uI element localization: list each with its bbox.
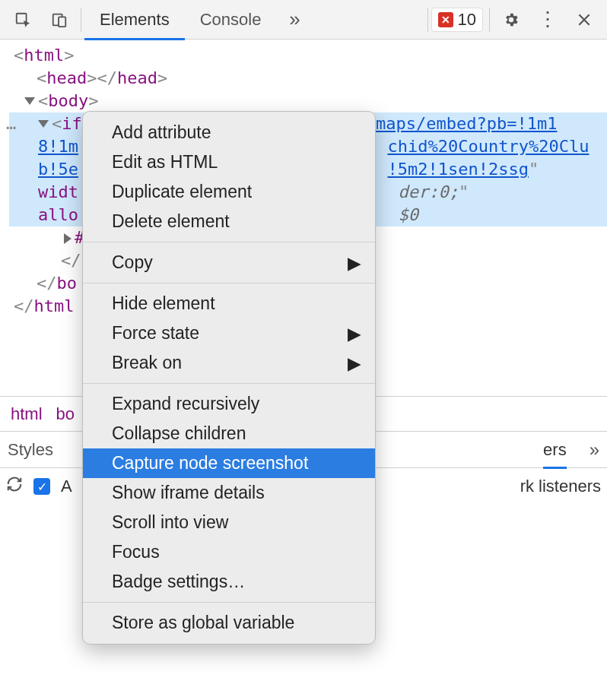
crumb-body[interactable]: bo xyxy=(56,404,75,424)
ctx-add-attribute[interactable]: Add attribute xyxy=(83,118,375,147)
submenu-arrow-icon: ▶ xyxy=(348,323,361,344)
ctx-hide-element[interactable]: Hide element xyxy=(83,289,375,318)
inspect-icon[interactable] xyxy=(8,5,38,35)
more-tabs-icon[interactable]: » xyxy=(279,5,310,35)
separator xyxy=(427,8,428,32)
panel-tabs: Elements Console » xyxy=(84,0,313,40)
error-counter[interactable]: ✕ 10 xyxy=(431,8,483,32)
crumb-html[interactable]: html xyxy=(11,404,43,424)
context-menu: Add attribute Edit as HTML Duplicate ele… xyxy=(82,111,376,645)
ctx-scroll-into-view[interactable]: Scroll into view xyxy=(83,508,375,537)
ctx-capture-node-screenshot[interactable]: Capture node screenshot xyxy=(83,448,375,478)
ctx-duplicate-element[interactable]: Duplicate element xyxy=(83,177,375,207)
ctx-focus[interactable]: Focus xyxy=(83,537,375,567)
expand-triangle-icon[interactable] xyxy=(38,120,49,128)
separator xyxy=(83,283,375,283)
node-body-open[interactable]: <body> xyxy=(9,90,607,112)
error-count: 10 xyxy=(458,10,476,30)
close-icon[interactable] xyxy=(569,5,599,35)
ctx-delete-element[interactable]: Delete element xyxy=(83,207,375,236)
refresh-icon[interactable] xyxy=(6,476,23,497)
framework-listeners-label: rk listeners xyxy=(520,477,601,496)
kebab-menu-icon[interactable]: ⋮ xyxy=(532,5,563,35)
svg-rect-2 xyxy=(59,17,65,27)
devtools-toolbar: Elements Console » ✕ 10 ⋮ xyxy=(0,0,607,40)
ctx-show-iframe-details[interactable]: Show iframe details xyxy=(83,478,375,508)
ctx-copy[interactable]: Copy ▶ xyxy=(83,248,375,277)
tab-elements[interactable]: Elements xyxy=(84,0,185,40)
ctx-edit-as-html[interactable]: Edit as HTML xyxy=(83,147,375,177)
separator xyxy=(83,602,375,603)
separator xyxy=(489,8,490,32)
ancestors-checkbox[interactable]: ✓ xyxy=(33,478,50,495)
ctx-break-on[interactable]: Break on ▶ xyxy=(83,348,375,378)
ancestors-partial: A xyxy=(61,477,72,496)
node-head[interactable]: <head></head> xyxy=(9,67,607,90)
ctx-collapse-children[interactable]: Collapse children xyxy=(83,419,375,448)
submenu-arrow-icon: ▶ xyxy=(348,353,361,373)
ctx-force-state[interactable]: Force state ▶ xyxy=(83,318,375,348)
separator xyxy=(83,383,375,384)
expand-triangle-icon[interactable] xyxy=(24,97,35,105)
node-html-open[interactable]: <html> xyxy=(9,44,607,67)
ctx-expand-recursively[interactable]: Expand recursively xyxy=(83,389,375,419)
device-toggle-icon[interactable] xyxy=(44,5,75,35)
more-subtabs-icon[interactable]: » xyxy=(590,439,599,461)
settings-icon[interactable] xyxy=(496,5,526,35)
separator xyxy=(83,242,375,242)
submenu-arrow-icon: ▶ xyxy=(348,252,361,273)
error-icon: ✕ xyxy=(438,12,453,27)
collapsed-triangle-icon[interactable] xyxy=(64,233,72,244)
separator xyxy=(81,8,81,32)
subtab-styles[interactable]: Styles xyxy=(8,440,53,460)
tab-console[interactable]: Console xyxy=(185,0,277,40)
subtab-event-listeners[interactable]: ers xyxy=(543,440,567,460)
ctx-badge-settings[interactable]: Badge settings… xyxy=(83,567,375,597)
overflow-dots-icon: … xyxy=(6,112,17,135)
ctx-store-global-variable[interactable]: Store as global variable xyxy=(83,608,375,638)
